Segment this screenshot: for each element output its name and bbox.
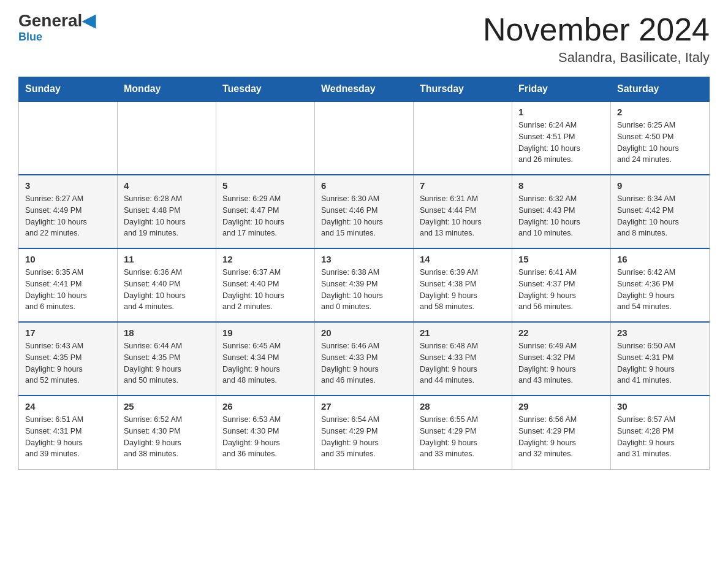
header-day-thursday: Thursday — [414, 77, 512, 102]
day-number: 15 — [518, 254, 604, 264]
day-number: 28 — [420, 401, 506, 412]
calendar-cell: 3Sunrise: 6:27 AMSunset: 4:49 PMDaylight… — [19, 175, 118, 248]
calendar-body: 1Sunrise: 6:24 AMSunset: 4:51 PMDaylight… — [19, 101, 710, 469]
calendar-cell — [315, 101, 414, 175]
calendar-cell: 14Sunrise: 6:39 AMSunset: 4:38 PMDayligh… — [414, 248, 512, 322]
calendar-cell: 29Sunrise: 6:56 AMSunset: 4:29 PMDayligh… — [512, 396, 611, 469]
day-info: Sunrise: 6:53 AMSunset: 4:30 PMDaylight:… — [222, 414, 308, 460]
day-number: 25 — [124, 401, 210, 412]
day-number: 27 — [321, 401, 407, 412]
header-day-monday: Monday — [118, 77, 216, 102]
calendar-cell: 2Sunrise: 6:25 AMSunset: 4:50 PMDaylight… — [611, 101, 710, 175]
day-number: 30 — [617, 401, 703, 412]
day-number: 29 — [518, 401, 604, 412]
day-info: Sunrise: 6:48 AMSunset: 4:33 PMDaylight:… — [420, 340, 506, 386]
day-number: 13 — [321, 254, 407, 264]
calendar-cell: 12Sunrise: 6:37 AMSunset: 4:40 PMDayligh… — [216, 248, 315, 322]
logo-text-top: General◀ — [18, 12, 96, 29]
week-row-2: 3Sunrise: 6:27 AMSunset: 4:49 PMDaylight… — [19, 175, 710, 248]
day-number: 12 — [222, 254, 308, 264]
calendar-cell: 4Sunrise: 6:28 AMSunset: 4:48 PMDaylight… — [118, 175, 216, 248]
day-number: 8 — [518, 180, 604, 191]
day-number: 2 — [617, 107, 703, 117]
day-info: Sunrise: 6:39 AMSunset: 4:38 PMDaylight:… — [420, 267, 506, 313]
day-number: 9 — [617, 180, 703, 191]
day-info: Sunrise: 6:31 AMSunset: 4:44 PMDaylight:… — [420, 193, 506, 239]
week-row-4: 17Sunrise: 6:43 AMSunset: 4:35 PMDayligh… — [19, 322, 710, 396]
day-info: Sunrise: 6:30 AMSunset: 4:46 PMDaylight:… — [321, 193, 407, 239]
calendar-cell: 25Sunrise: 6:52 AMSunset: 4:30 PMDayligh… — [118, 396, 216, 469]
calendar-cell: 7Sunrise: 6:31 AMSunset: 4:44 PMDaylight… — [414, 175, 512, 248]
calendar-cell: 22Sunrise: 6:49 AMSunset: 4:32 PMDayligh… — [512, 322, 611, 396]
day-info: Sunrise: 6:50 AMSunset: 4:31 PMDaylight:… — [617, 340, 703, 386]
day-number: 4 — [124, 180, 210, 191]
calendar-cell: 15Sunrise: 6:41 AMSunset: 4:37 PMDayligh… — [512, 248, 611, 322]
day-info: Sunrise: 6:38 AMSunset: 4:39 PMDaylight:… — [321, 267, 407, 313]
day-info: Sunrise: 6:25 AMSunset: 4:50 PMDaylight:… — [617, 120, 703, 166]
day-info: Sunrise: 6:55 AMSunset: 4:29 PMDaylight:… — [420, 414, 506, 460]
day-info: Sunrise: 6:54 AMSunset: 4:29 PMDaylight:… — [321, 414, 407, 460]
calendar-cell: 20Sunrise: 6:46 AMSunset: 4:33 PMDayligh… — [315, 322, 414, 396]
day-info: Sunrise: 6:27 AMSunset: 4:49 PMDaylight:… — [25, 193, 111, 239]
calendar-cell: 26Sunrise: 6:53 AMSunset: 4:30 PMDayligh… — [216, 396, 315, 469]
week-row-1: 1Sunrise: 6:24 AMSunset: 4:51 PMDaylight… — [19, 101, 710, 175]
day-info: Sunrise: 6:42 AMSunset: 4:36 PMDaylight:… — [617, 267, 703, 313]
calendar-cell: 1Sunrise: 6:24 AMSunset: 4:51 PMDaylight… — [512, 101, 611, 175]
day-info: Sunrise: 6:34 AMSunset: 4:42 PMDaylight:… — [617, 193, 703, 239]
calendar-cell: 24Sunrise: 6:51 AMSunset: 4:31 PMDayligh… — [19, 396, 118, 469]
day-number: 3 — [25, 180, 111, 191]
header-day-sunday: Sunday — [19, 77, 118, 102]
day-info: Sunrise: 6:52 AMSunset: 4:30 PMDaylight:… — [124, 414, 210, 460]
subtitle: Salandra, Basilicate, Italy — [483, 50, 710, 66]
day-number: 1 — [518, 107, 604, 117]
calendar-cell: 8Sunrise: 6:32 AMSunset: 4:43 PMDaylight… — [512, 175, 611, 248]
calendar-cell: 18Sunrise: 6:44 AMSunset: 4:35 PMDayligh… — [118, 322, 216, 396]
week-row-5: 24Sunrise: 6:51 AMSunset: 4:31 PMDayligh… — [19, 396, 710, 469]
day-info: Sunrise: 6:46 AMSunset: 4:33 PMDaylight:… — [321, 340, 407, 386]
day-number: 10 — [25, 254, 111, 264]
calendar-cell — [216, 101, 315, 175]
calendar-cell: 16Sunrise: 6:42 AMSunset: 4:36 PMDayligh… — [611, 248, 710, 322]
day-info: Sunrise: 6:37 AMSunset: 4:40 PMDaylight:… — [222, 267, 308, 313]
day-info: Sunrise: 6:57 AMSunset: 4:28 PMDaylight:… — [617, 414, 703, 460]
day-info: Sunrise: 6:35 AMSunset: 4:41 PMDaylight:… — [25, 267, 111, 313]
calendar-cell: 11Sunrise: 6:36 AMSunset: 4:40 PMDayligh… — [118, 248, 216, 322]
calendar-cell: 17Sunrise: 6:43 AMSunset: 4:35 PMDayligh… — [19, 322, 118, 396]
day-number: 14 — [420, 254, 506, 264]
day-number: 21 — [420, 327, 506, 338]
day-number: 18 — [124, 327, 210, 338]
day-info: Sunrise: 6:41 AMSunset: 4:37 PMDaylight:… — [518, 267, 604, 313]
calendar-cell: 19Sunrise: 6:45 AMSunset: 4:34 PMDayligh… — [216, 322, 315, 396]
calendar-cell: 6Sunrise: 6:30 AMSunset: 4:46 PMDaylight… — [315, 175, 414, 248]
day-info: Sunrise: 6:24 AMSunset: 4:51 PMDaylight:… — [518, 120, 604, 166]
logo: General◀ Blue — [18, 12, 96, 44]
header-day-friday: Friday — [512, 77, 611, 102]
calendar-table: SundayMondayTuesdayWednesdayThursdayFrid… — [18, 77, 710, 470]
day-number: 23 — [617, 327, 703, 338]
day-number: 6 — [321, 180, 407, 191]
calendar-header: SundayMondayTuesdayWednesdayThursdayFrid… — [19, 77, 710, 102]
day-number: 17 — [25, 327, 111, 338]
day-info: Sunrise: 6:44 AMSunset: 4:35 PMDaylight:… — [124, 340, 210, 386]
header-day-tuesday: Tuesday — [216, 77, 315, 102]
calendar-cell: 5Sunrise: 6:29 AMSunset: 4:47 PMDaylight… — [216, 175, 315, 248]
day-number: 20 — [321, 327, 407, 338]
calendar-cell: 28Sunrise: 6:55 AMSunset: 4:29 PMDayligh… — [414, 396, 512, 469]
calendar-cell — [414, 101, 512, 175]
day-number: 16 — [617, 254, 703, 264]
day-number: 7 — [420, 180, 506, 191]
header-day-saturday: Saturday — [611, 77, 710, 102]
calendar-cell: 10Sunrise: 6:35 AMSunset: 4:41 PMDayligh… — [19, 248, 118, 322]
day-number: 19 — [222, 327, 308, 338]
calendar-cell: 9Sunrise: 6:34 AMSunset: 4:42 PMDaylight… — [611, 175, 710, 248]
logo-triangle-icon: ◀ — [82, 11, 96, 30]
day-number: 26 — [222, 401, 308, 412]
calendar-cell: 30Sunrise: 6:57 AMSunset: 4:28 PMDayligh… — [611, 396, 710, 469]
day-info: Sunrise: 6:56 AMSunset: 4:29 PMDaylight:… — [518, 414, 604, 460]
calendar-cell: 23Sunrise: 6:50 AMSunset: 4:31 PMDayligh… — [611, 322, 710, 396]
day-number: 22 — [518, 327, 604, 338]
calendar-cell: 13Sunrise: 6:38 AMSunset: 4:39 PMDayligh… — [315, 248, 414, 322]
day-info: Sunrise: 6:28 AMSunset: 4:48 PMDaylight:… — [124, 193, 210, 239]
calendar-cell — [118, 101, 216, 175]
day-info: Sunrise: 6:51 AMSunset: 4:31 PMDaylight:… — [25, 414, 111, 460]
